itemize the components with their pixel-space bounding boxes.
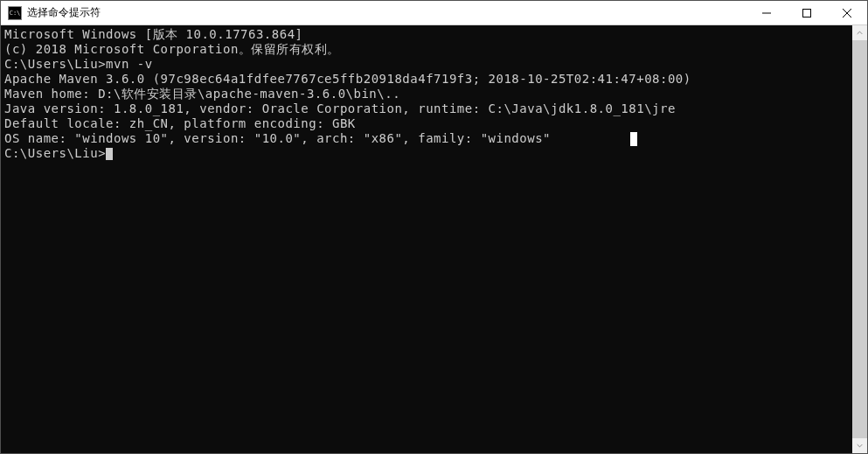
terminal-output[interactable]: Microsoft Windows [版本 10.0.17763.864](c)… (1, 25, 852, 453)
window-title: 选择命令提示符 (27, 5, 746, 20)
close-icon (843, 9, 851, 17)
minimize-icon (762, 9, 771, 17)
scroll-up-button[interactable] (852, 25, 867, 40)
maximize-icon (802, 9, 811, 17)
close-button[interactable] (827, 1, 867, 24)
terminal-line: Default locale: zh_CN, platform encoding… (4, 116, 849, 131)
terminal-line: Maven home: D:\软件安装目录\apache-maven-3.6.0… (4, 87, 849, 101)
vertical-scrollbar[interactable] (852, 25, 867, 453)
terminal-line: Apache Maven 3.6.0 (97c98ec64a1fdfee7767… (4, 72, 849, 87)
terminal-line: Java version: 1.8.0_181, vendor: Oracle … (4, 101, 849, 116)
scroll-track[interactable] (852, 40, 867, 438)
scroll-thumb[interactable] (852, 40, 867, 438)
window-controls (746, 1, 867, 24)
text-cursor (106, 148, 113, 160)
maximize-button[interactable] (787, 1, 827, 24)
command-prompt-window: C:\ 选择命令提示符 Microsoft Windows [版本 10.0.1… (0, 0, 868, 454)
terminal-line: Microsoft Windows [版本 10.0.17763.864] (4, 27, 849, 42)
terminal-line: C:\Users\Liu> (4, 146, 849, 161)
scroll-down-button[interactable] (852, 438, 867, 453)
selection-cursor (630, 132, 637, 146)
cmd-icon: C:\ (8, 6, 22, 20)
titlebar[interactable]: C:\ 选择命令提示符 (1, 1, 867, 25)
terminal-line: OS name: "windows 10", version: "10.0", … (4, 131, 849, 146)
svg-rect-1 (803, 9, 811, 17)
minimize-button[interactable] (746, 1, 787, 24)
chevron-up-icon (857, 30, 863, 36)
terminal-container: Microsoft Windows [版本 10.0.17763.864](c)… (1, 25, 867, 453)
terminal-line: (c) 2018 Microsoft Corporation。保留所有权利。 (4, 42, 849, 57)
terminal-line: C:\Users\Liu>mvn -v (4, 57, 849, 72)
chevron-down-icon (857, 443, 863, 449)
